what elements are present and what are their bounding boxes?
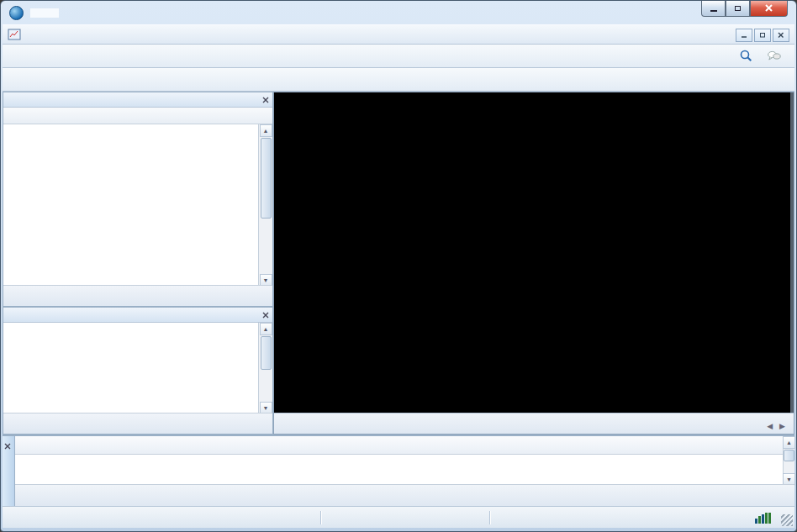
resize-grip[interactable]: [781, 514, 793, 526]
window-title: [29, 7, 61, 18]
close-button[interactable]: [750, 1, 788, 17]
scroll-up-icon[interactable]: ▲: [260, 323, 272, 335]
child-window-controls: [736, 29, 789, 42]
terminal-panel: ▲ ▼: [3, 435, 794, 506]
chart-window-icon[interactable]: [8, 29, 21, 40]
chat-icon[interactable]: [763, 46, 785, 66]
market-watch-scrollbar[interactable]: ▲ ▼: [258, 124, 272, 287]
scroll-thumb[interactable]: [261, 138, 272, 219]
scroll-up-icon[interactable]: ▲: [783, 436, 795, 449]
line-studies-toolbar: [3, 68, 794, 92]
terminal-side-strip: [3, 436, 15, 506]
child-restore-button[interactable]: [754, 29, 771, 42]
navigator-panel: ▲ ▼: [3, 307, 273, 435]
terminal-close-icon[interactable]: [4, 438, 11, 453]
app-logo-icon: [9, 6, 24, 20]
chart-window: ◀ ▶: [273, 92, 794, 435]
navigator-tree: [3, 323, 272, 414]
market-watch-header: [3, 108, 272, 124]
mt4-window: ▲ ▼ ▲ ▼: [0, 0, 797, 532]
scroll-thumb[interactable]: [784, 450, 794, 461]
scroll-thumb[interactable]: [261, 336, 272, 370]
chart-right-frame: [790, 92, 794, 413]
market-watch-title-bar: [3, 92, 272, 108]
navigator-title-bar: [3, 308, 272, 323]
terminal-tabs: [15, 484, 794, 506]
restore-button[interactable]: [726, 1, 750, 17]
chart-tab-scroll: ◀ ▶: [767, 422, 794, 434]
scroll-up-icon[interactable]: ▲: [260, 124, 272, 137]
window-controls: [701, 1, 788, 17]
connection-status-icon: [755, 512, 771, 524]
market-watch-tabs: [3, 285, 272, 306]
market-watch-close-icon[interactable]: [262, 94, 269, 106]
chart-canvas[interactable]: [274, 92, 792, 413]
navigator-close-icon[interactable]: [262, 309, 269, 321]
terminal-scrollbar[interactable]: ▲ ▼: [783, 436, 794, 486]
status-bar: [3, 506, 794, 528]
title-bar: [3, 1, 794, 24]
orders-table: [15, 436, 783, 486]
title-redaction: [30, 8, 59, 18]
tab-scroll-right-icon[interactable]: ▶: [779, 422, 785, 430]
market-watch-rows: [3, 124, 272, 287]
standard-toolbar: [3, 45, 794, 68]
search-icon[interactable]: [735, 46, 757, 66]
minimize-button[interactable]: [701, 1, 726, 17]
navigator-scrollbar[interactable]: ▲ ▼: [258, 323, 272, 414]
toolbar-right-icons: [734, 46, 793, 66]
tab-scroll-left-icon[interactable]: ◀: [767, 422, 773, 430]
market-watch-panel: ▲ ▼: [3, 92, 273, 307]
navigator-tabs: [3, 413, 272, 434]
menu-bar: [3, 24, 794, 45]
orders-table-header: [15, 436, 783, 455]
child-close-button[interactable]: [773, 29, 789, 42]
chart-tab-bar: ◀ ▶: [274, 413, 794, 434]
child-minimize-button[interactable]: [736, 29, 752, 42]
